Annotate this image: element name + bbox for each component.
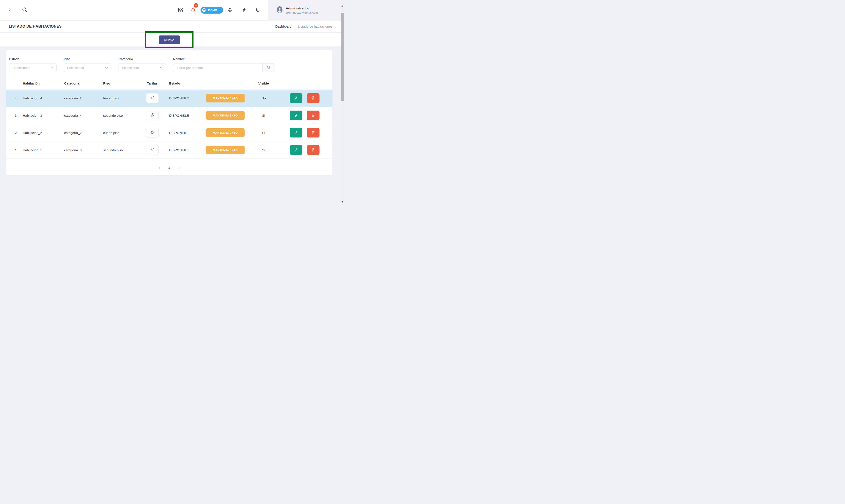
bell-icon: [190, 7, 196, 14]
room-floor: segundo piso: [98, 114, 140, 118]
room-name: Habitacion_2: [18, 131, 59, 134]
apps-menu-button[interactable]: [177, 0, 184, 20]
col-header-piso: Piso: [98, 82, 140, 85]
vertical-scrollbar: [341, 0, 344, 205]
sidebar-toggle-button[interactable]: [6, 0, 12, 20]
room-name: Habitacion_3: [18, 114, 59, 118]
table-row[interactable]: 1 Habitacion_1 categoría_3 segundo piso …: [6, 141, 332, 159]
room-visible: No: [251, 96, 277, 100]
table-row[interactable]: 2 Habitacion_2 categoría_2 cuarto piso S…: [6, 124, 332, 141]
table-body: 4 Habitacion_4 categoría_2 tercer piso S…: [6, 90, 332, 159]
room-visible: Si: [251, 148, 277, 152]
edit-button[interactable]: [290, 111, 303, 120]
svg-text:S: S: [151, 97, 152, 99]
room-category: categoría_4: [59, 114, 98, 118]
trash-icon: [311, 113, 315, 118]
compress-icon: [227, 7, 233, 13]
search-button[interactable]: [22, 0, 28, 20]
piso-filter-label: Piso: [64, 57, 70, 61]
breadcrumb: Dashboard › Listado de habitaciones: [275, 24, 332, 29]
coins-icon: S: [150, 95, 155, 101]
pagination-next-button[interactable]: ›: [178, 165, 180, 170]
user-menu[interactable]: Administrador zrenrique20@gmail.com: [268, 0, 341, 20]
room-visible: Si: [251, 131, 277, 134]
dark-mode-button[interactable]: [255, 0, 261, 20]
estado-filter-label: Estado: [9, 57, 19, 61]
rooms-card: Estado Piso Categoría Nombre Seleccionar…: [6, 50, 332, 175]
delete-button[interactable]: [307, 145, 320, 155]
col-header-visible: Visible: [251, 82, 277, 85]
tarifas-button[interactable]: S: [146, 145, 159, 155]
demo-mode-button[interactable]: DEMO: [201, 7, 223, 14]
room-name: Habitacion_4: [18, 96, 59, 100]
pagination-page-1[interactable]: 1: [168, 166, 170, 169]
chevron-down-icon: [160, 66, 162, 70]
fullscreen-toggle-button[interactable]: [227, 0, 233, 20]
arrow-right-icon: [6, 8, 12, 13]
scrollbar-thumb[interactable]: [341, 13, 344, 101]
mantenimiento-button[interactable]: MANTENIMIENTO: [206, 146, 244, 154]
mantenimiento-button[interactable]: MANTENIMIENTO: [206, 94, 244, 103]
svg-text:S: S: [151, 149, 152, 151]
table-row[interactable]: 4 Habitacion_4 categoría_2 tercer piso S…: [6, 90, 332, 107]
categoria-select-placeholder: Seleccionar: [122, 66, 139, 70]
estado-select[interactable]: Seleccionar: [9, 63, 56, 72]
breadcrumb-dashboard-link[interactable]: Dashboard: [275, 24, 291, 28]
edit-button[interactable]: [290, 93, 303, 103]
mantenimiento-button[interactable]: MANTENIMIENTO: [206, 128, 244, 137]
nombre-filter-label: Nombre: [173, 57, 185, 61]
table-row[interactable]: 3 Habitacion_3 categoría_4 segundo piso …: [6, 107, 332, 124]
delete-button[interactable]: [307, 111, 320, 120]
paint-brush-icon: [242, 7, 247, 13]
pagination-prev-button[interactable]: ‹: [159, 165, 160, 170]
pencil-icon: [294, 96, 298, 101]
edit-button[interactable]: [290, 128, 303, 138]
pencil-icon: [294, 130, 298, 135]
room-id: 1: [6, 148, 18, 152]
user-name: Administrador: [286, 6, 318, 10]
demo-label: DEMO: [208, 8, 217, 12]
piso-select[interactable]: Seleccionar: [64, 63, 111, 72]
moon-icon: [255, 7, 260, 13]
page-title: LISTADO DE HABITACIONES: [9, 24, 62, 29]
pencil-icon: [294, 147, 298, 152]
nombre-search-button[interactable]: [262, 63, 275, 72]
room-id: 4: [6, 96, 18, 100]
categoria-select[interactable]: Seleccionar: [119, 63, 166, 72]
room-status: DISPONIBLE: [165, 131, 200, 134]
edit-button[interactable]: [290, 145, 303, 155]
scrollbar-up-arrow-icon[interactable]: [341, 5, 343, 7]
room-floor: tercer piso: [98, 96, 140, 100]
room-id: 3: [6, 114, 18, 118]
nombre-filter-input[interactable]: [173, 63, 262, 72]
col-header-categoria: Categoría: [59, 82, 98, 85]
room-status: DISPONIBLE: [165, 96, 200, 100]
mantenimiento-button[interactable]: MANTENIMIENTO: [206, 111, 244, 120]
theme-customizer-button[interactable]: [241, 0, 247, 20]
scrollbar-down-arrow-icon[interactable]: [341, 201, 343, 203]
col-header-estado: Estado: [165, 82, 200, 85]
room-name: Habitacion_1: [18, 148, 59, 152]
notification-badge: 4: [194, 3, 198, 8]
col-header-habitacion: Habitación: [18, 82, 59, 85]
pagination: ‹ 1 ›: [6, 163, 332, 172]
col-header-tarifas: Tarifas: [140, 82, 165, 85]
pencil-icon: [294, 113, 298, 118]
tarifas-button[interactable]: S: [146, 93, 159, 103]
tarifas-button[interactable]: S: [146, 111, 159, 120]
user-email: zrenrique20@gmail.com: [286, 11, 318, 14]
room-id: 2: [6, 131, 18, 134]
tarifas-button[interactable]: S: [146, 128, 159, 138]
chevron-down-icon: [105, 66, 108, 70]
delete-button[interactable]: [307, 93, 320, 103]
nuevo-button[interactable]: Nuevo: [159, 35, 180, 44]
room-floor: cuarto piso: [98, 131, 140, 134]
app-screen: 4 DEMO: [0, 0, 344, 205]
room-category: categoría_2: [59, 96, 98, 100]
delete-button[interactable]: [307, 128, 320, 138]
coins-icon: S: [150, 147, 155, 153]
breadcrumb-chevron-icon: ›: [294, 24, 295, 29]
table-header-row: Habitación Categoría Piso Tarifas Estado…: [6, 79, 332, 88]
trash-icon: [311, 147, 315, 152]
avatar: [276, 6, 283, 15]
